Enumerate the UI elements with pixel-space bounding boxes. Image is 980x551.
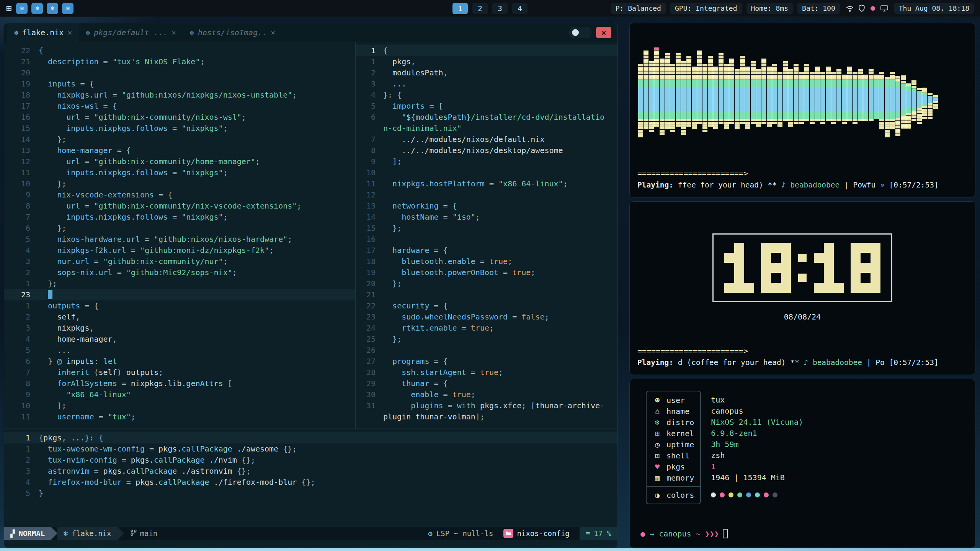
- code-line[interactable]: 4}: {: [356, 90, 617, 101]
- code-line[interactable]: 11 inputs.nixpkgs.follows = "nixpkgs";: [4, 167, 355, 178]
- code-line[interactable]: 15 inputs.nixpkgs.follows = "nixpkgs";: [4, 123, 355, 134]
- clock-widget[interactable]: Thu Aug 08, 18:18: [894, 3, 974, 14]
- launcher-icon[interactable]: ⊞: [6, 4, 11, 13]
- code-line[interactable]: 28 ssh.startAgent = true;: [356, 367, 617, 378]
- shield-icon[interactable]: [858, 5, 865, 12]
- code-line[interactable]: 4 nixpkgs-f2k.url = "github:moni-dz/nixp…: [4, 245, 355, 256]
- code-line[interactable]: 16 url = "github:nix-community/nixos-wsl…: [4, 112, 355, 123]
- workspace-icon[interactable]: ❄: [62, 3, 74, 14]
- code-line[interactable]: 30 enable = true;: [356, 389, 617, 400]
- code-line[interactable]: 5 imports = [: [356, 101, 617, 112]
- code-line[interactable]: 27 programs = {: [356, 356, 617, 367]
- code-line[interactable]: 3 nur.url = "github:nix-community/nur";: [4, 256, 355, 267]
- display-icon[interactable]: [880, 5, 888, 12]
- code-line[interactable]: 21 description = "tux's NixOS Flake";: [4, 56, 355, 67]
- code-line[interactable]: 8 url = "github:nix-community/nix-vscode…: [4, 201, 355, 212]
- code-line[interactable]: 10: [356, 167, 617, 178]
- code-line[interactable]: 2 sops-nix.url = "github:Mic92/sops-nix"…: [4, 267, 355, 278]
- code-line[interactable]: 23: [4, 289, 355, 300]
- code-line[interactable]: 7 ../../modules/nixos/default.nix: [356, 134, 617, 145]
- code-line[interactable]: 26: [356, 345, 617, 356]
- code-line[interactable]: 2 modulesPath,: [356, 67, 617, 78]
- code-line[interactable]: 12: [356, 189, 617, 201]
- code-line[interactable]: 3 ...: [356, 78, 617, 90]
- window-close-button[interactable]: ×: [596, 27, 611, 38]
- tag-button[interactable]: 1: [452, 3, 468, 14]
- code-line[interactable]: 4 firefox-mod-blur = pkgs.callPackage ./…: [4, 477, 617, 488]
- code-line[interactable]: 11 username = "tux";: [4, 411, 355, 422]
- code-line[interactable]: 1 };: [4, 278, 355, 289]
- code-line[interactable]: 2 tux-nvim-config = pkgs.callPackage ./n…: [4, 455, 617, 466]
- code-line[interactable]: 5 ...: [4, 345, 355, 356]
- workspace-icon[interactable]: ❄: [16, 3, 28, 14]
- code-line[interactable]: 16: [356, 234, 617, 245]
- tab-close-icon[interactable]: ×: [172, 28, 176, 37]
- code-line[interactable]: 7 inherit (self) outputs;: [4, 367, 355, 378]
- code-line[interactable]: 18 nixpkgs.url = "github:nixos/nixpkgs/n…: [4, 90, 355, 101]
- tag-button[interactable]: 3: [492, 3, 508, 14]
- code-line[interactable]: 5 nixos-hardware.url = "github:nixos/nix…: [4, 234, 355, 245]
- code-line[interactable]: 8 ../../modules/nixos/desktop/awesome: [356, 145, 617, 156]
- code-line[interactable]: 15 };: [356, 223, 617, 234]
- code-line[interactable]: 20 };: [356, 278, 617, 289]
- tab-close-icon[interactable]: ×: [271, 28, 275, 37]
- code-line[interactable]: 29 thunar = {: [356, 378, 617, 389]
- code-line[interactable]: 18 bluetooth.enable = true;: [356, 256, 617, 267]
- code-line[interactable]: 2 self,: [4, 311, 355, 323]
- editor-tab[interactable]: ❄hosts/isoImag..×: [183, 23, 283, 42]
- code-line[interactable]: 12 url = "github:nix-community/home-mana…: [4, 156, 355, 167]
- code-line[interactable]: 4 home-manager,: [4, 334, 355, 345]
- code-line[interactable]: 22{: [4, 45, 355, 56]
- editor-pane-pkgs-default[interactable]: 1{pkgs, ...}: {1 tux-awesome-wm-config =…: [4, 429, 617, 527]
- code-line[interactable]: 6 "${modulesPath}/installer/cd-dvd/insta…: [356, 112, 617, 123]
- code-line[interactable]: 17 hardware = {: [356, 245, 617, 256]
- code-line[interactable]: 1{: [356, 45, 617, 56]
- code-line[interactable]: 5}: [4, 488, 617, 499]
- code-line[interactable]: 14 hostName = "iso";: [356, 212, 617, 223]
- titlebar-toggle[interactable]: [569, 27, 591, 38]
- code-line[interactable]: 31 plugins = with pkgs.xfce; [thunar-arc…: [356, 400, 617, 411]
- code-line[interactable]: 14 };: [4, 134, 355, 145]
- code-line[interactable]: 9 "x86_64-linux": [4, 389, 355, 400]
- code-line[interactable]: 10 ];: [4, 400, 355, 411]
- code-line[interactable]: 6 } @ inputs: let: [4, 356, 355, 367]
- code-line[interactable]: 1 pkgs,: [356, 56, 617, 67]
- code-line[interactable]: 1 tux-awesome-wm-config = pkgs.callPacka…: [4, 443, 617, 455]
- tab-close-icon[interactable]: ×: [67, 28, 72, 37]
- tag-button[interactable]: 4: [512, 3, 528, 14]
- code-line[interactable]: 24 rtkit.enable = true;: [356, 323, 617, 334]
- code-line[interactable]: 21: [356, 289, 617, 300]
- code-line[interactable]: 17 nixos-wsl = {: [4, 101, 355, 112]
- command-line[interactable]: [4, 540, 617, 548]
- code-line[interactable]: 10 };: [4, 178, 355, 189]
- network-icon[interactable]: [846, 5, 854, 12]
- code-line[interactable]: 11 nixpkgs.hostPlatform = "x86_64-linux"…: [356, 178, 617, 189]
- code-line[interactable]: 1 outputs = {: [4, 300, 355, 311]
- editor-pane-isoimage[interactable]: 1{1 pkgs,2 modulesPath,3 ...4}: {5 impor…: [356, 42, 617, 429]
- code-line[interactable]: 6 };: [4, 223, 355, 234]
- code-line[interactable]: 22 security = {: [356, 300, 617, 311]
- editor-tab[interactable]: ❄pkgs/default ...×: [79, 23, 183, 42]
- editor-pane-flake[interactable]: 22{21 description = "tux's NixOS Flake";…: [4, 42, 355, 429]
- code-line[interactable]: plugin thunar-volman];: [356, 411, 617, 422]
- code-line[interactable]: 8 forAllSystems = nixpkgs.lib.genAttrs [: [4, 378, 355, 389]
- code-line[interactable]: 3 astronvim = pkgs.callPackage ./astronv…: [4, 466, 617, 477]
- code-line[interactable]: 7 inputs.nixpkgs.follows = "nixpkgs";: [4, 212, 355, 223]
- code-line[interactable]: 13 home-manager = {: [4, 145, 355, 156]
- workspace-icon[interactable]: ❄: [31, 3, 43, 14]
- code-line[interactable]: 20: [4, 67, 355, 78]
- tag-button[interactable]: 2: [472, 3, 488, 14]
- code-line[interactable]: 3 nixpkgs,: [4, 323, 355, 334]
- code-line[interactable]: 23 sudo.wheelNeedsPassword = false;: [356, 311, 617, 323]
- code-line[interactable]: 19 bluetooth.powerOnBoot = true;: [356, 267, 617, 278]
- code-line[interactable]: 9 ];: [356, 156, 617, 167]
- terminal-prompt[interactable]: ● → canopus ~ ❯❯❯: [640, 529, 965, 538]
- record-icon[interactable]: [870, 5, 876, 11]
- code-line[interactable]: n-cd-minimal.nix": [356, 123, 617, 134]
- code-line[interactable]: 13 networking = {: [356, 201, 617, 212]
- code-line[interactable]: 1{pkgs, ...}: {: [4, 432, 617, 443]
- editor-tab[interactable]: ❄flake.nix×: [7, 23, 79, 42]
- code-line[interactable]: 19 inputs = {: [4, 78, 355, 90]
- code-line[interactable]: 9 nix-vscode-extensions = {: [4, 189, 355, 201]
- code-line[interactable]: 25 };: [356, 334, 617, 345]
